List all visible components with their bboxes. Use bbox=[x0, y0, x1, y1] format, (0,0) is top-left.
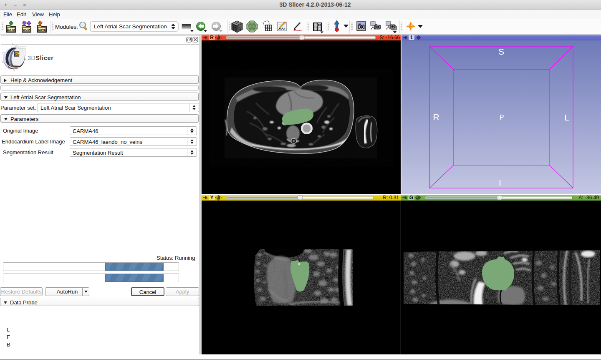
svg-text:S: S bbox=[498, 47, 504, 56]
svg-text:Left Atrial Scar Segmentation: Left Atrial Scar Segmentation bbox=[94, 23, 167, 30]
svg-text:A: -36.49: A: -36.49 bbox=[578, 195, 599, 201]
svg-text:I: I bbox=[499, 178, 501, 187]
svg-text:P: P bbox=[500, 114, 504, 121]
svg-text:SAVE: SAVE bbox=[38, 28, 46, 32]
svg-text:S: -16.66: S: -16.66 bbox=[379, 35, 400, 40]
svg-text:DATA: DATA bbox=[7, 28, 15, 32]
svg-text:L: L bbox=[564, 113, 569, 122]
svg-text:R: R bbox=[210, 35, 214, 40]
svg-text:R: 0.31: R: 0.31 bbox=[383, 195, 399, 201]
svg-text:Modules:: Modules: bbox=[55, 24, 78, 30]
svg-text:G: G bbox=[409, 195, 413, 201]
svg-text:R: R bbox=[433, 112, 439, 122]
svg-text:Y: Y bbox=[210, 195, 213, 201]
svg-text:1: 1 bbox=[410, 35, 413, 40]
svg-text:DCM: DCM bbox=[23, 28, 30, 32]
